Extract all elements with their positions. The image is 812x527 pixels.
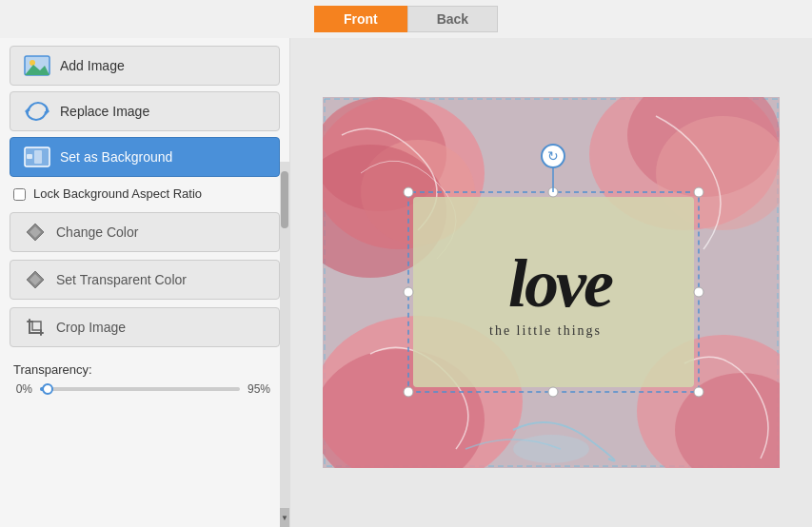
add-image-label: Add Image xyxy=(60,58,125,73)
svg-point-26 xyxy=(513,435,589,463)
set-transparent-icon xyxy=(24,268,47,291)
panel-content: Add Image Replace Image xyxy=(0,38,289,527)
left-panel: Add Image Replace Image xyxy=(0,38,290,527)
replace-image-row: Replace Image xyxy=(10,91,280,131)
lock-aspect-checkbox[interactable] xyxy=(13,188,26,201)
lock-aspect-label: Lock Background Aspect Ratio xyxy=(33,186,202,203)
slider-left-label: 0% xyxy=(13,382,32,396)
set-transparent-button[interactable]: Set Transparent Color xyxy=(10,260,280,300)
scrollbar-thumb[interactable] xyxy=(281,171,288,228)
svg-rect-7 xyxy=(34,150,42,164)
canvas-area: love the little things ↻ xyxy=(290,38,812,527)
main-layout: Add Image Replace Image xyxy=(0,38,812,527)
crop-image-label: Crop Image xyxy=(56,320,126,335)
slider-row: 0% 95% xyxy=(13,382,276,396)
tab-front[interactable]: Front xyxy=(314,6,407,32)
tab-bar: Front Back xyxy=(0,0,812,38)
set-transparent-row: Set Transparent Color xyxy=(10,260,280,300)
add-image-row: Add Image xyxy=(10,46,280,86)
crop-image-row: Crop Image xyxy=(10,307,280,347)
svg-point-1 xyxy=(30,60,35,66)
set-background-label: Set as Background xyxy=(60,149,172,165)
svg-point-31 xyxy=(404,187,413,197)
tab-back[interactable]: Back xyxy=(407,6,498,32)
svg-text:love: love xyxy=(508,245,613,322)
crop-image-button[interactable]: Crop Image xyxy=(10,307,280,347)
slider-track xyxy=(40,387,240,391)
svg-point-37 xyxy=(548,387,558,397)
slider-thumb[interactable] xyxy=(42,383,53,395)
rose-background: love the little things ↻ xyxy=(323,97,780,468)
change-color-icon xyxy=(24,221,47,244)
scrollbar-track xyxy=(280,162,289,508)
svg-text:the little things: the little things xyxy=(489,323,602,338)
add-image-icon xyxy=(24,54,50,77)
replace-image-icon xyxy=(24,100,50,123)
svg-point-33 xyxy=(694,187,703,197)
svg-point-38 xyxy=(694,387,703,397)
scroll-down-icon: ▼ xyxy=(281,514,288,522)
background-svg: love the little things ↻ xyxy=(323,97,780,468)
scroll-down-button[interactable]: ▼ xyxy=(280,508,289,527)
set-background-row: Set as Background xyxy=(10,137,280,177)
add-image-button[interactable]: Add Image xyxy=(10,46,280,86)
transparency-label: Transparency: xyxy=(13,362,276,377)
svg-point-34 xyxy=(404,287,413,297)
change-color-row: Change Color xyxy=(10,212,280,252)
set-background-icon xyxy=(24,146,50,168)
lock-aspect-row: Lock Background Aspect Ratio xyxy=(10,186,280,203)
replace-image-label: Replace Image xyxy=(60,104,149,119)
set-transparent-label: Set Transparent Color xyxy=(56,272,187,287)
svg-point-36 xyxy=(404,387,413,397)
set-background-button[interactable]: Set as Background xyxy=(10,137,280,177)
transparency-section: Transparency: 0% 95% xyxy=(10,355,280,400)
crop-icon xyxy=(24,316,47,339)
svg-point-35 xyxy=(694,287,703,297)
svg-text:↻: ↻ xyxy=(547,148,559,164)
slider-right-label: 95% xyxy=(248,382,276,396)
change-color-label: Change Color xyxy=(56,224,138,240)
change-color-button[interactable]: Change Color xyxy=(10,212,280,252)
svg-rect-12 xyxy=(32,322,41,330)
svg-rect-6 xyxy=(27,154,32,159)
replace-image-button[interactable]: Replace Image xyxy=(10,91,280,131)
